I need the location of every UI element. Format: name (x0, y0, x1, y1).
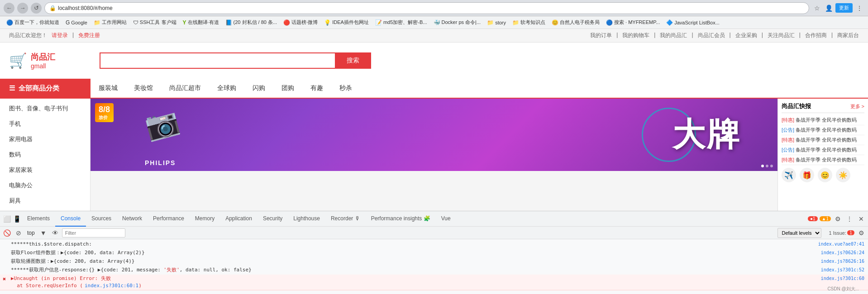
tab-vue[interactable]: Vue (436, 211, 456, 227)
bookmark-zhihu[interactable]: 📘(20 封私信 / 80 条... (223, 18, 280, 27)
console-text-4: ******获取用户信息-response:{} ▶{code: 201, me… (11, 266, 817, 274)
bookmark-idea[interactable]: 💡IDEA插件包网址 (321, 18, 372, 27)
cat-kitchen[interactable]: 厨具 (0, 193, 90, 209)
bookmark-search[interactable]: 🔵搜索 · MYFREEMP... (603, 18, 663, 27)
profile-btn[interactable]: 👤 (824, 3, 834, 13)
address-bar[interactable]: 🔒 localhost:8080/#/home (44, 2, 809, 14)
forward-button[interactable]: → (17, 3, 28, 14)
vip-link[interactable]: 尚品汇会员 (698, 32, 725, 39)
tab-performance[interactable]: Performance (148, 211, 190, 227)
cat-digital[interactable]: 数码 (0, 147, 90, 162)
reload-button[interactable]: ↺ (31, 3, 42, 14)
all-categories-btn[interactable]: ☰ 全部商品分类 (0, 79, 91, 98)
cat-computer[interactable]: 电脑办公 (0, 178, 90, 193)
news-item-2[interactable]: [公告] 备战开学季 全民半价购数码 (782, 125, 864, 135)
follow-link[interactable]: 关注尚品汇 (768, 32, 795, 39)
news-item-1[interactable]: [特惠] 备战开学季 全民半价购数码 (782, 115, 864, 125)
bookmark-tax[interactable]: 😊自然人电子税务局 (549, 18, 602, 27)
login-link[interactable]: 请登录 (52, 32, 68, 39)
devtools-right-controls: ●1 ▲1 ⚙ ⋮ ✕ (808, 214, 866, 224)
tab-security[interactable]: Security (258, 211, 288, 227)
bookmark-listbox[interactable]: 🔷JavaScript ListBox... (663, 19, 722, 27)
tab-memory[interactable]: Memory (190, 211, 220, 227)
bookmark-btn[interactable]: ☆ (812, 3, 822, 13)
bookmark-google[interactable]: GGoogle (63, 19, 90, 27)
banner-dot-2[interactable] (766, 165, 768, 167)
cat-appliance[interactable]: 家用电器 (0, 132, 90, 147)
icon-sun[interactable]: ☀️ (836, 168, 850, 182)
banner-dot-1[interactable] (761, 165, 764, 167)
error-link[interactable]: index.js?301c:60:1 (85, 283, 138, 289)
console-gear-btn[interactable]: ⚙ (856, 228, 866, 238)
bookmark-ssh[interactable]: 🛡SSH工具 客户端 (130, 18, 179, 27)
bookmark-youdao[interactable]: Y在线翻译·有道 (180, 18, 222, 27)
bookmark-md5[interactable]: 📝md5加密、解密-B... (372, 18, 430, 27)
cat-phone[interactable]: 手机 (0, 116, 90, 132)
nav-flash[interactable]: 闪购 (244, 79, 273, 98)
update-button[interactable]: 更新 (835, 3, 853, 13)
news-item-5[interactable]: [特惠] 备战开学季 全民半价购数码 (782, 155, 864, 165)
console-file-1[interactable]: index.vue?ae07:41 (815, 241, 864, 248)
devtools-inspect-btn[interactable]: ⬜ (2, 214, 12, 224)
console-clear-btn[interactable]: 🚫 (2, 228, 12, 238)
tab-lighthouse[interactable]: Lighthouse (288, 211, 325, 227)
nav-fashion[interactable]: 服装城 (91, 79, 126, 98)
cat-home[interactable]: 家居家装 (0, 162, 90, 178)
tab-elements[interactable]: Elements (22, 211, 55, 227)
icon-face[interactable]: 😊 (818, 168, 832, 182)
register-link[interactable]: 免费注册 (78, 32, 100, 39)
console-filter-btn[interactable]: ⊘ (14, 228, 24, 238)
nav-group[interactable]: 团购 (273, 79, 302, 98)
nav-flash-sale[interactable]: 秒杀 (331, 79, 360, 98)
tab-application[interactable]: Application (220, 211, 258, 227)
console-file-2[interactable]: index.js?0626:24 (817, 249, 864, 256)
bookmark-story[interactable]: 📁story (484, 19, 509, 27)
devtools-more-btn[interactable]: ⋮ (844, 214, 854, 224)
partner-link[interactable]: 合作招商 (805, 32, 827, 39)
search-button[interactable]: 搜索 (335, 52, 371, 69)
back-button[interactable]: ← (4, 3, 14, 14)
bookmark-ruankao[interactable]: 📁软考知识点 (510, 18, 548, 27)
search-input[interactable] (100, 52, 335, 69)
sep5: | (762, 32, 763, 39)
console-filter-input[interactable] (62, 228, 125, 237)
bookmark-docker[interactable]: 🐳Docker ps 命令|... (431, 18, 484, 27)
devtools-close-btn[interactable]: ✕ (856, 214, 866, 224)
my-order-link[interactable]: 我的订单 (590, 32, 612, 39)
console-eye-btn[interactable]: 👁 (50, 228, 60, 238)
bookmark-weibo[interactable]: 🔴话题榜·微博 (281, 18, 320, 27)
banner-dot-3[interactable] (770, 165, 773, 167)
sidebar-more-link[interactable]: 更多 > (850, 103, 864, 110)
devtools-device-btn[interactable]: 📱 (12, 214, 22, 224)
nav-supermarket[interactable]: 尚品汇超市 (161, 79, 209, 98)
enterprise-link[interactable]: 企业采购 (735, 32, 757, 39)
console-file-4[interactable]: index.js?301c:52 (817, 266, 864, 274)
console-file-3[interactable]: index.js?8626:16 (817, 258, 864, 265)
tab-network[interactable]: Network (117, 211, 148, 227)
bookmark-work[interactable]: 📁工作用网站 (91, 18, 129, 27)
news-item-3[interactable]: [特惠] 备战开学季 全民半价购数码 (782, 135, 864, 145)
merchant-link[interactable]: 商家后台 (837, 32, 859, 39)
nav-global[interactable]: 全球购 (209, 79, 244, 98)
log-level-select[interactable]: Default levels Verbose Info Warnings Err… (777, 228, 821, 238)
tab-recorder[interactable]: Recorder 🎙 (325, 211, 366, 227)
console-file-5[interactable]: index.js?301c:60 (817, 275, 864, 282)
category-dropdown: 图书、音像、电子书刊 手机 家用电器 数码 家居家装 电脑办公 厨具 (0, 99, 91, 211)
tab-sources[interactable]: Sources (86, 211, 117, 227)
console-context-dropdown[interactable]: ▼ (38, 228, 48, 238)
bookmark-baidu[interactable]: 🔵百度一下，你就知道 (4, 18, 62, 27)
nav-fun[interactable]: 有趣 (302, 79, 331, 98)
cat-books[interactable]: 图书、音像、电子书刊 (0, 101, 90, 116)
devtools-settings-btn[interactable]: ⚙ (833, 214, 843, 224)
news-item-4[interactable]: [公告] 备战开学季 全民半价购数码 (782, 145, 864, 155)
tab-console[interactable]: Console (55, 211, 86, 227)
nav-beauty[interactable]: 美妆馆 (126, 79, 161, 98)
console-line-5-error: ✖ ▶Uncaught (in promise) Error: 失败 at St… (0, 275, 868, 290)
devtools-header: ⬜ 📱 Elements Console Sources Network Per… (0, 211, 868, 227)
tab-perf-insights[interactable]: Performance insights 🧩 (366, 211, 436, 227)
my-cart-link[interactable]: 我的购物车 (622, 32, 649, 39)
icon-gift[interactable]: 🎁 (800, 168, 814, 182)
menu-btn[interactable]: ⋮ (854, 3, 864, 13)
icon-plane[interactable]: ✈️ (782, 168, 796, 182)
my-sph-link[interactable]: 我的尚品汇 (660, 32, 687, 39)
